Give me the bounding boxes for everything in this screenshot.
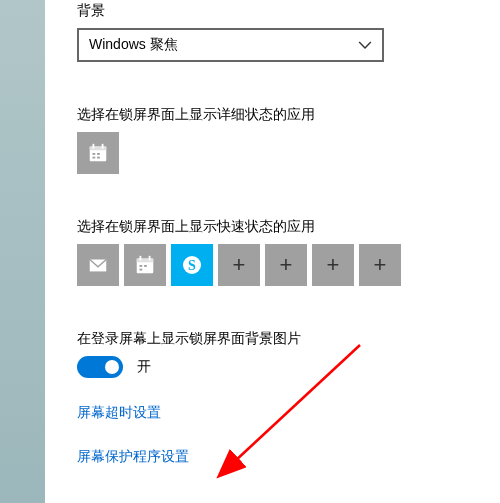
quick-status-tiles: S + + + +	[77, 244, 480, 286]
quick-app-slot-add-1[interactable]: +	[218, 244, 260, 286]
svg-rect-2	[93, 144, 95, 149]
plus-icon: +	[374, 252, 387, 278]
svg-rect-14	[144, 265, 147, 267]
mail-icon	[87, 254, 109, 276]
svg-rect-5	[97, 153, 100, 155]
quick-app-slot-add-4[interactable]: +	[359, 244, 401, 286]
quick-app-slot-calendar[interactable]	[124, 244, 166, 286]
detailed-status-tiles	[77, 132, 480, 174]
svg-text:S: S	[188, 258, 196, 273]
settings-content: 背景 Windows 聚焦 选择在锁屏界面上显示详细状态的应用 选择在锁屏界面上…	[45, 0, 500, 503]
svg-rect-15	[140, 269, 143, 271]
svg-rect-11	[140, 256, 142, 261]
screen-timeout-link[interactable]: 屏幕超时设置	[77, 404, 480, 422]
calendar-icon	[87, 142, 109, 164]
sidebar-gradient	[0, 0, 45, 503]
signin-bg-toggle[interactable]	[77, 356, 123, 378]
svg-rect-7	[97, 157, 100, 159]
svg-rect-13	[140, 265, 143, 267]
svg-rect-6	[93, 157, 96, 159]
chevron-down-icon	[358, 38, 372, 52]
quick-app-slot-skype[interactable]: S	[171, 244, 213, 286]
plus-icon: +	[280, 252, 293, 278]
quick-app-slot-add-3[interactable]: +	[312, 244, 354, 286]
toggle-state-text: 开	[137, 358, 151, 376]
svg-rect-10	[137, 259, 154, 263]
signin-bg-toggle-row: 开	[77, 356, 480, 378]
detailed-app-slot-calendar[interactable]	[77, 132, 119, 174]
quick-status-label: 选择在锁屏界面上显示快速状态的应用	[77, 218, 480, 236]
background-label: 背景	[77, 2, 480, 20]
background-dropdown-value: Windows 聚焦	[89, 36, 178, 54]
detailed-status-label: 选择在锁屏界面上显示详细状态的应用	[77, 106, 480, 124]
quick-app-slot-mail[interactable]	[77, 244, 119, 286]
quick-app-slot-add-2[interactable]: +	[265, 244, 307, 286]
svg-rect-12	[149, 256, 151, 261]
plus-icon: +	[327, 252, 340, 278]
screensaver-settings-link[interactable]: 屏幕保护程序设置	[77, 448, 480, 466]
skype-icon: S	[180, 253, 204, 277]
background-dropdown[interactable]: Windows 聚焦	[77, 28, 384, 62]
signin-bg-label: 在登录屏幕上显示锁屏界面背景图片	[77, 330, 480, 348]
calendar-icon	[134, 254, 156, 276]
svg-rect-1	[90, 147, 107, 151]
svg-rect-3	[102, 144, 104, 149]
plus-icon: +	[233, 252, 246, 278]
svg-rect-4	[93, 153, 96, 155]
toggle-knob	[105, 360, 119, 374]
